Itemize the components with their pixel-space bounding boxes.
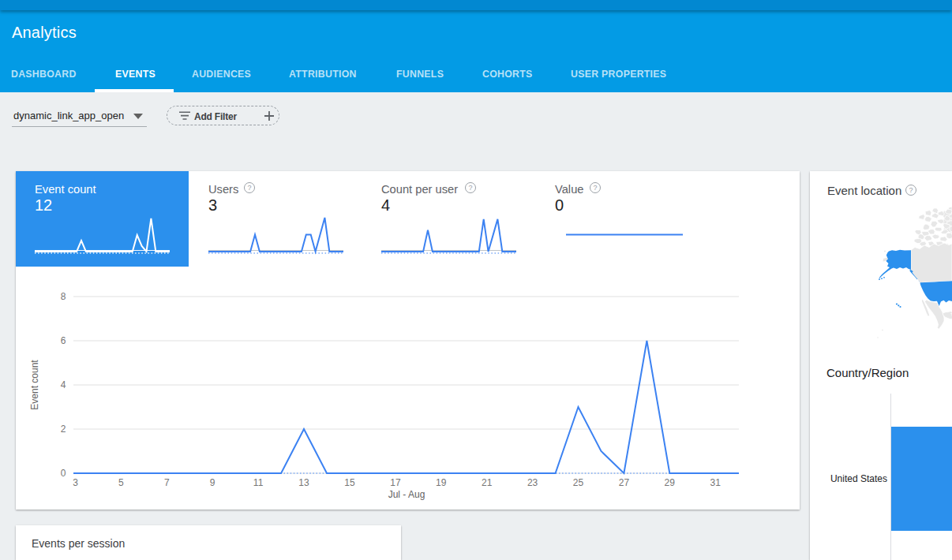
svg-text:21: 21 (482, 477, 493, 488)
svg-text:19: 19 (436, 477, 447, 488)
svg-text:Event count: Event count (29, 360, 40, 410)
svg-text:9: 9 (210, 477, 216, 488)
svg-text:Jul - Aug: Jul - Aug (388, 489, 425, 500)
svg-text:2: 2 (61, 424, 66, 435)
svg-text:17: 17 (390, 477, 401, 488)
svg-text:27: 27 (619, 477, 630, 488)
svg-text:23: 23 (527, 477, 538, 488)
svg-text:15: 15 (344, 477, 355, 488)
svg-text:0: 0 (61, 468, 66, 479)
svg-text:11: 11 (253, 477, 264, 488)
svg-text:4: 4 (61, 379, 66, 390)
svg-text:7: 7 (164, 477, 170, 488)
svg-text:25: 25 (573, 477, 584, 488)
svg-text:8: 8 (61, 291, 66, 302)
svg-text:5: 5 (118, 477, 124, 488)
svg-text:31: 31 (710, 477, 721, 488)
svg-text:3: 3 (73, 477, 78, 488)
svg-text:6: 6 (61, 335, 66, 346)
svg-text:29: 29 (665, 477, 676, 488)
svg-text:13: 13 (298, 477, 309, 488)
